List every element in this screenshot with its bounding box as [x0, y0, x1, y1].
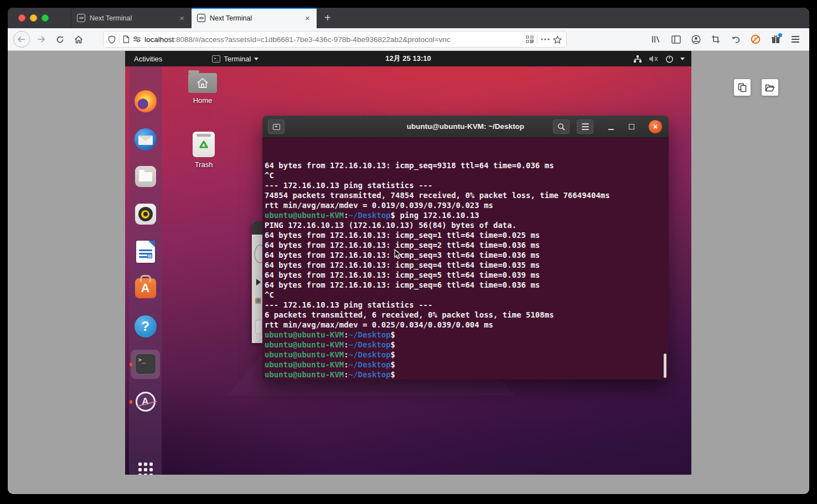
tab-next-terminal-2[interactable]: <> Next Terminal × — [192, 8, 317, 28]
app-menu-terminal[interactable]: >_ Terminal — [212, 55, 258, 63]
desktop-icon-home[interactable]: Home — [183, 73, 223, 105]
power-icon — [665, 55, 674, 63]
files-icon — [135, 166, 156, 187]
system-status-area[interactable] — [633, 55, 691, 63]
tab-close-icon[interactable]: × — [304, 14, 311, 22]
terminal-line: 64 bytes from 172.16.10.13: icmp_seq=931… — [265, 160, 666, 170]
mouse-cursor — [394, 249, 401, 259]
close-icon: × — [653, 122, 658, 131]
terminal-line: PING 172.16.10.13 (172.16.10.13) 56(84) … — [265, 220, 666, 230]
terminal-line: 64 bytes from 172.16.10.13: icmp_seq=3 t… — [265, 250, 666, 260]
terminal-line: --- 172.16.10.13 ping statistics --- — [265, 300, 666, 310]
dock-item-firefox[interactable] — [129, 90, 162, 112]
tab-next-terminal-1[interactable]: <> Next Terminal × — [71, 8, 192, 28]
dock: A ? >_ A — [129, 66, 162, 475]
app-a-icon: A — [136, 392, 156, 412]
activities-button[interactable]: Activities — [125, 55, 171, 63]
terminal-menu-button[interactable] — [577, 119, 593, 134]
undo-icon[interactable] — [728, 32, 743, 46]
minimize-window-button[interactable] — [30, 14, 37, 22]
menu-icon[interactable] — [788, 32, 803, 46]
terminal-new-tab-button[interactable]: + — [268, 119, 285, 134]
volume-muted-icon — [649, 55, 659, 63]
home-button[interactable] — [71, 32, 86, 47]
page-actions-icon[interactable] — [541, 38, 550, 40]
dock-item-rhythmbox[interactable] — [129, 204, 162, 225]
page-icon — [123, 35, 130, 43]
terminal-icon: >_ — [135, 354, 156, 375]
desktop-icon-trash[interactable]: Trash — [184, 132, 224, 169]
reload-button[interactable] — [52, 32, 68, 47]
terminal-minimize-button[interactable] — [607, 120, 616, 133]
terminal-line: 6 packets transmitted, 6 received, 0% pa… — [265, 310, 666, 320]
ubuntu-software-icon: A — [135, 278, 156, 298]
clipboard-icon — [738, 83, 747, 92]
close-window-button[interactable] — [18, 14, 25, 22]
terminal-line: ubuntu@ubuntu-KVM:~/Desktop$ — [265, 360, 666, 370]
terminal-line: 64 bytes from 172.16.10.13: icmp_seq=2 t… — [265, 240, 666, 250]
home-folder-icon — [188, 73, 217, 93]
dock-item-files[interactable] — [129, 166, 162, 187]
terminal-line: ^C — [265, 170, 666, 180]
back-button[interactable] — [13, 31, 30, 48]
background-window-titlebar — [252, 221, 262, 235]
qr-code-icon[interactable] — [526, 35, 534, 43]
terminal-line: ubuntu@ubuntu-KVM:~/Desktop$ — [265, 340, 666, 350]
url-bar[interactable]: localhost:8088/#/access?assetsId=c1db668… — [103, 31, 567, 48]
dock-item-terminal[interactable]: >_ — [129, 354, 162, 375]
home-icon — [74, 35, 83, 44]
account-icon[interactable] — [689, 32, 703, 46]
terminal-line: rtt min/avg/max/mdev = 0.025/0.034/0.039… — [265, 320, 666, 330]
terminal-output[interactable]: 64 bytes from 172.16.10.13: icmp_seq=931… — [262, 138, 669, 380]
page-content: Activities >_ Terminal 12月 25 13:10 — [8, 51, 809, 494]
open-folder-icon — [765, 84, 775, 92]
terminal-close-button[interactable]: × — [649, 120, 662, 133]
sidebar-icon[interactable] — [669, 32, 683, 46]
terminal-maximize-button[interactable] — [629, 124, 634, 129]
background-window-button — [255, 320, 262, 334]
show-applications-button[interactable] — [129, 463, 162, 475]
libreoffice-writer-icon — [136, 241, 155, 263]
dock-item-app-a[interactable]: A — [129, 392, 162, 412]
noscript-icon[interactable] — [748, 32, 763, 46]
firefox-icon — [135, 90, 157, 112]
terminal-line: 64 bytes from 172.16.10.13: icmp_seq=6 t… — [265, 280, 666, 290]
vnc-canvas[interactable]: Activities >_ Terminal 12月 25 13:10 — [125, 51, 691, 475]
terminal-titlebar[interactable]: + ubuntu@ubuntu-KVM: ~/Desktop × — [262, 116, 669, 138]
clock[interactable]: 12月 25 13:10 — [125, 54, 691, 64]
dock-item-libreoffice-writer[interactable] — [129, 241, 162, 263]
divider — [119, 35, 120, 44]
tab-label: Next Terminal — [210, 14, 299, 22]
hamburger-menu-icon — [582, 126, 589, 127]
screenshot-icon[interactable] — [709, 32, 723, 46]
gift-icon[interactable] — [768, 32, 783, 46]
library-icon[interactable] — [649, 32, 663, 46]
background-window[interactable] — [252, 221, 262, 343]
zoom-window-button[interactable] — [42, 14, 49, 22]
bookmark-star-icon[interactable] — [553, 35, 562, 44]
traffic-lights — [8, 8, 71, 28]
clipboard-button[interactable] — [734, 79, 751, 96]
terminal-window[interactable]: + ubuntu@ubuntu-KVM: ~/Desktop × 64 byte… — [262, 116, 669, 380]
forward-button[interactable] — [33, 32, 49, 47]
terminal-search-button[interactable] — [553, 119, 570, 134]
next-terminal-favicon: <> — [197, 14, 205, 22]
desktop-icon-label: Trash — [184, 160, 224, 169]
dock-item-help[interactable]: ? — [129, 315, 162, 337]
terminal-mini-icon: >_ — [212, 55, 220, 63]
play-arrow-icon — [256, 279, 261, 285]
terminal-line: 74854 packets transmitted, 74854 receive… — [265, 190, 666, 200]
new-tab-icon: + — [273, 124, 280, 130]
file-manager-button[interactable] — [762, 79, 778, 96]
terminal-scrollbar[interactable] — [664, 354, 666, 378]
dock-item-ubuntu-software[interactable]: A — [129, 278, 162, 298]
background-window-badge — [255, 298, 261, 304]
new-tab-button[interactable]: + — [317, 8, 339, 28]
terminal-line: 64 bytes from 172.16.10.13: icmp_seq=1 t… — [265, 230, 666, 240]
terminal-line: rtt min/avg/max/mdev = 0.019/0.039/0.793… — [265, 200, 666, 210]
toolbar-icons — [649, 32, 804, 46]
url-path: :8088/#/access?assetsId=c1db6681-7be3-43… — [174, 35, 450, 44]
dock-item-thunderbird[interactable] — [129, 128, 162, 150]
next-terminal-favicon: <> — [77, 14, 85, 22]
tab-close-icon[interactable]: × — [178, 14, 185, 22]
